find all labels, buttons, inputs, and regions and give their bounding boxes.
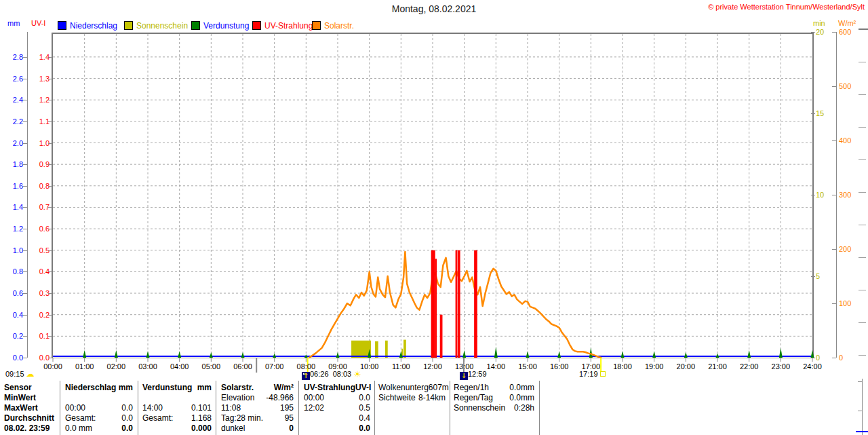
x-tick-label: 11:00	[387, 362, 414, 371]
legend-item-solarstr: Solarstr.	[312, 21, 354, 30]
x-tick-label: 12:00	[419, 362, 446, 371]
x-tick-label: 15:00	[514, 362, 541, 371]
uvi-tick-label: 0.2	[28, 311, 50, 320]
x-tick-label: 07:00	[261, 362, 288, 371]
min-tick-label: 0	[816, 354, 833, 362]
uvi-tick-label: 0.4	[28, 267, 50, 276]
axis-tick	[48, 315, 52, 316]
wm2-tick-label: 100	[839, 299, 859, 308]
min-tick-label: 5	[816, 272, 833, 281]
axis-tick	[23, 121, 27, 122]
uvi-tick-label: 0.9	[28, 160, 50, 169]
axis-tick	[23, 229, 27, 229]
dawn-time: 06:26	[310, 370, 329, 378]
cloud-icon: ☁	[26, 369, 35, 379]
max-cloud-time: 09:15	[5, 370, 24, 378]
sunrise-marker: ↑06:26 08:03 ☀	[302, 370, 361, 379]
wm2-axis-line	[836, 32, 837, 358]
axis-tick	[23, 57, 27, 58]
mm-tick-label: 1.4	[1, 203, 23, 212]
solar-noon-icon: ↓	[460, 372, 468, 380]
x-tick-label: 18:00	[609, 362, 636, 371]
x-tick-label: 24:00	[799, 362, 826, 371]
axis-tick	[48, 186, 52, 187]
min-tick-label: 15	[816, 109, 833, 118]
x-tick-label: 20:00	[672, 362, 699, 371]
uvi-tick-label: 0.5	[28, 246, 50, 255]
axis-tick	[811, 113, 815, 114]
axis-tick	[832, 140, 836, 141]
axis-tick	[48, 79, 52, 79]
axis-tick	[23, 164, 27, 165]
mm-tick-label: 2.8	[1, 53, 23, 62]
mm-tick-label: 2.2	[1, 117, 23, 126]
uvi-tick-label: 1.2	[28, 96, 50, 105]
legend-label: Solarstr.	[324, 21, 354, 31]
axis-tick	[23, 207, 27, 208]
uvi-tick-label: 0.1	[28, 332, 50, 341]
axis-tick	[48, 57, 52, 58]
wm2-tick-label: 500	[839, 82, 859, 91]
axis-tick	[23, 358, 27, 358]
x-tick-label: 05:00	[197, 362, 224, 371]
mm-tick-label: 1.0	[1, 246, 23, 255]
legend-label: Niederschlag	[70, 21, 117, 31]
table-separator	[539, 381, 540, 435]
x-tick-label: 04:00	[166, 362, 193, 371]
axis-tick	[23, 293, 27, 294]
x-tick-label: 21:00	[704, 362, 731, 371]
table-separator	[216, 381, 216, 435]
axis-tick	[832, 303, 836, 304]
legend-item-niederschlag: Niederschlag	[58, 21, 117, 30]
table-separator	[298, 381, 299, 435]
uvi-tick-label: 0.0	[28, 354, 50, 362]
mm-tick-label: 1.2	[1, 225, 23, 233]
axis-tick	[48, 358, 52, 358]
x-tick-label: 03:00	[134, 362, 161, 371]
sunrise-time: 08:03	[333, 370, 352, 378]
min-tick-label: 10	[816, 191, 833, 200]
wm2-tick-label: 600	[839, 28, 859, 37]
axis-tick	[23, 79, 27, 79]
row-header: Durchschnitt	[4, 413, 54, 423]
uvi-tick-label: 1.0	[28, 139, 50, 148]
mm-tick-label: 2.4	[1, 96, 23, 105]
solarstr-swatch-icon	[312, 21, 321, 30]
verdunstung-swatch-icon	[191, 21, 200, 30]
uv-strahlung-swatch-icon	[252, 21, 261, 30]
x-tick-label: 06:00	[229, 362, 256, 371]
niederschlag-swatch-icon	[58, 21, 66, 30]
axis-tick	[811, 276, 815, 277]
legend-item-uv-strahlung: UV-Strahlung	[252, 21, 313, 30]
sunset-icon	[600, 371, 606, 377]
legend-item-verdunstung: Verdunstung	[191, 21, 249, 30]
axis-tick	[48, 164, 52, 165]
x-tick-label: 00:00	[39, 362, 66, 371]
axis-tick	[48, 207, 52, 208]
axis-tick	[23, 271, 27, 272]
table-separator	[374, 381, 375, 435]
dawn-icon: ↑	[302, 372, 310, 380]
weather-station-day-chart: Montag, 08.02.2021 © private Wetterstati…	[0, 0, 868, 435]
axis-tick	[23, 336, 27, 337]
mm-tick-label: 2.0	[1, 139, 23, 148]
mm-tick-label: 2.6	[1, 75, 23, 83]
axis-unit-mm: mm	[7, 19, 20, 28]
sonnenschein-swatch-icon	[124, 21, 133, 30]
legend-label: UV-Strahlung	[264, 21, 313, 31]
sun-icon: ☀	[353, 369, 361, 379]
table-separator	[450, 381, 450, 435]
axis-tick	[23, 315, 27, 316]
legend-label: Sonnenschein	[136, 21, 188, 31]
axis-tick	[48, 293, 52, 294]
wm2-tick-label: 400	[839, 136, 859, 145]
legend-label: Verdunstung	[203, 21, 249, 31]
timestamp: 08.02. 23:59	[4, 423, 50, 433]
axis-tick	[832, 249, 836, 250]
uvi-tick-label: 1.3	[28, 75, 50, 83]
solar-noon-marker: ↓12:59	[460, 370, 487, 379]
axis-tick	[48, 100, 52, 100]
axis-tick	[811, 358, 815, 358]
wm2-tick-label: 0	[839, 354, 859, 362]
mm-axis-line	[27, 32, 28, 358]
